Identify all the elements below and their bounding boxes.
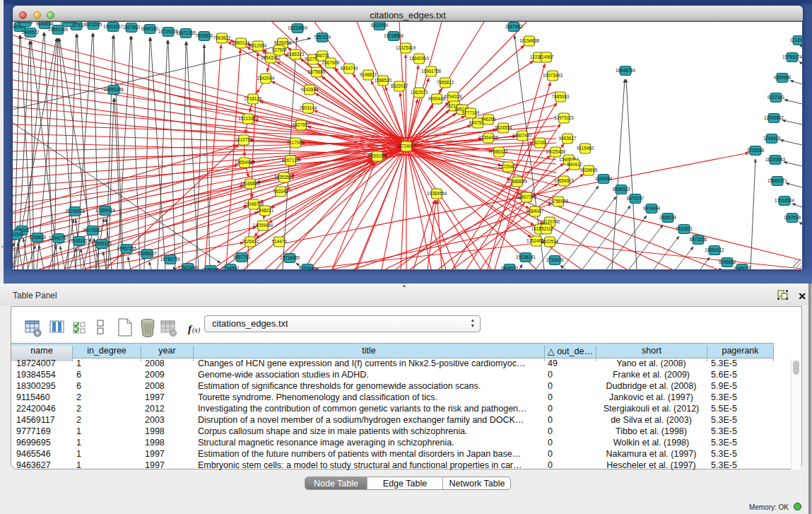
svg-text:8427552: 8427552 (293, 122, 310, 127)
svg-text:6479197: 6479197 (627, 196, 645, 201)
svg-text:546731: 546731 (314, 53, 330, 58)
svg-text:9245013: 9245013 (734, 266, 751, 271)
svg-text:1145192: 1145192 (71, 238, 88, 243)
svg-text:1244418: 1244418 (763, 136, 781, 141)
svg-text:12975115: 12975115 (554, 115, 574, 120)
svg-text:15136141: 15136141 (516, 255, 536, 259)
svg-text:994163: 994163 (18, 19, 33, 24)
svg-text:1167534: 1167534 (784, 215, 801, 220)
svg-text:12093832: 12093832 (764, 115, 784, 120)
svg-text:8454749: 8454749 (341, 66, 358, 71)
svg-text:16033809: 16033809 (288, 25, 308, 30)
svg-text:5875685: 5875685 (308, 69, 326, 74)
svg-text:7663822: 7663822 (213, 35, 231, 40)
svg-text:1498221: 1498221 (257, 208, 274, 213)
svg-text:9046554: 9046554 (36, 21, 54, 26)
svg-text:20053346: 20053346 (104, 87, 124, 92)
svg-text:9115460: 9115460 (577, 146, 594, 151)
svg-text:7712045: 7712045 (59, 19, 77, 24)
svg-text:9245652: 9245652 (719, 259, 736, 264)
svg-text:391591: 391591 (8, 232, 24, 237)
svg-text:783342: 783342 (273, 189, 288, 194)
svg-text:8226058: 8226058 (274, 40, 292, 45)
svg-text:927504: 927504 (271, 47, 287, 52)
svg-text:752112: 752112 (539, 226, 554, 231)
svg-text:12505135: 12505135 (92, 241, 112, 246)
svg-text:940412: 940412 (567, 162, 582, 167)
svg-text:19654985: 19654985 (235, 160, 255, 165)
svg-text:1733426: 1733426 (546, 257, 564, 262)
svg-text:16210643: 16210643 (765, 157, 786, 162)
svg-text:10654112: 10654112 (705, 247, 724, 252)
svg-text:16120746: 16120746 (540, 219, 560, 224)
svg-text:9839695: 9839695 (580, 168, 598, 173)
svg-text:20975887: 20975887 (83, 228, 103, 233)
svg-text:9464532: 9464532 (501, 266, 519, 271)
svg-text:2342004: 2342004 (257, 76, 275, 81)
svg-text:16782759: 16782759 (160, 257, 181, 262)
svg-text:12213369: 12213369 (238, 116, 259, 121)
svg-text:19654923: 19654923 (554, 178, 575, 183)
svg-text:7357224: 7357224 (314, 35, 331, 40)
svg-text:746266: 746266 (481, 117, 496, 122)
svg-text:10973493: 10973493 (543, 73, 563, 78)
svg-text:13325419: 13325419 (396, 45, 416, 50)
svg-text:16648784: 16648784 (616, 68, 636, 73)
svg-text:17359924: 17359924 (95, 208, 116, 213)
svg-text:16543362: 16543362 (261, 55, 281, 60)
svg-text:6794028: 6794028 (445, 94, 462, 99)
svg-text:18807249: 18807249 (517, 194, 537, 199)
svg-text:18724007: 18724007 (396, 144, 417, 148)
svg-text:2087682: 2087682 (505, 24, 523, 29)
svg-text:15692971: 15692971 (767, 178, 788, 183)
svg-text:8471626: 8471626 (690, 237, 707, 242)
svg-text:7485063: 7485063 (552, 94, 570, 99)
svg-text:7515526: 7515526 (196, 33, 213, 38)
svg-text:9084067: 9084067 (526, 209, 544, 214)
svg-text:2803144: 2803144 (300, 105, 317, 110)
svg-text:1362615: 1362615 (411, 90, 428, 95)
svg-text:7632621: 7632621 (676, 226, 693, 231)
svg-text:10958107: 10958107 (137, 251, 158, 256)
svg-text:8186323: 8186323 (287, 52, 305, 57)
svg-text:10807487: 10807487 (512, 133, 533, 138)
svg-text:18353594: 18353594 (274, 175, 295, 180)
svg-text:8938923: 8938923 (613, 187, 630, 192)
svg-text:6466160: 6466160 (141, 26, 159, 31)
svg-text:18640910: 18640910 (409, 56, 430, 61)
svg-text:8794502: 8794502 (222, 266, 240, 271)
svg-text:17957255: 17957255 (117, 246, 137, 251)
svg-text:9777169: 9777169 (462, 110, 480, 115)
svg-text:16671355: 16671355 (176, 30, 196, 35)
svg-text:20691406: 20691406 (48, 27, 69, 32)
svg-text:15720407: 15720407 (498, 164, 519, 169)
svg-text:1405572: 1405572 (22, 30, 40, 35)
svg-text:18300295: 18300295 (367, 153, 388, 158)
svg-text:2522514: 2522514 (541, 239, 559, 244)
svg-text:2718126: 2718126 (245, 96, 262, 101)
svg-text:10025438: 10025438 (546, 149, 566, 154)
svg-text:9463627: 9463627 (559, 136, 577, 141)
svg-text:8153046: 8153046 (299, 266, 317, 271)
svg-text:514479: 514479 (271, 239, 287, 244)
svg-text:2367608: 2367608 (322, 60, 340, 65)
svg-text:8813054: 8813054 (371, 23, 389, 28)
svg-text:12942757: 12942757 (49, 235, 69, 240)
svg-text:16961758: 16961758 (421, 69, 442, 74)
svg-text:1640954: 1640954 (595, 176, 613, 181)
svg-text:9146821: 9146821 (360, 72, 377, 77)
svg-text:1212045: 1212045 (790, 37, 808, 42)
svg-text:21364436: 21364436 (478, 135, 499, 140)
svg-text:15716485: 15716485 (280, 255, 300, 260)
svg-text:9474444: 9474444 (643, 206, 661, 211)
svg-text:19166825: 19166825 (240, 181, 261, 186)
svg-text:19218566: 19218566 (384, 33, 404, 38)
svg-text:7955812: 7955812 (437, 80, 454, 85)
svg-text:8322037: 8322037 (391, 83, 408, 88)
svg-text:20206576: 20206576 (65, 209, 86, 214)
svg-text:17016504: 17016504 (775, 198, 795, 203)
svg-text:1156819: 1156819 (29, 235, 47, 240)
svg-text:9990448: 9990448 (428, 96, 446, 101)
svg-text:62160: 62160 (534, 140, 546, 145)
svg-text:2935114: 2935114 (659, 215, 677, 220)
